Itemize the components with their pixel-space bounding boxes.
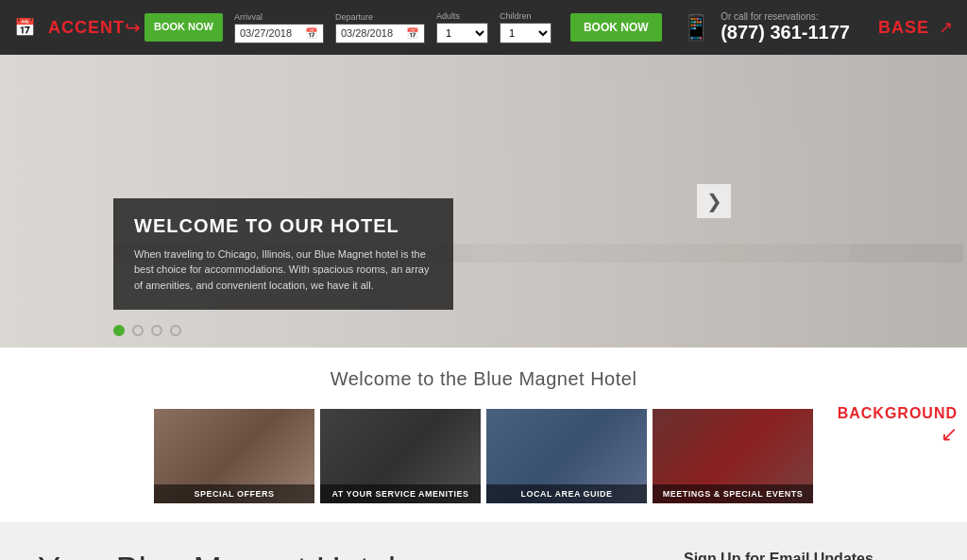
hero-dot-2[interactable] <box>132 325 144 336</box>
welcome-text: Welcome to the Blue Magnet Hotel <box>331 368 637 389</box>
calendar-small-icon-2: 📅 <box>406 27 419 40</box>
adults-group: Adults 1234 <box>436 11 488 43</box>
hero-section: WELCOME TO OUR HOTEL When traveling to C… <box>0 55 967 348</box>
departure-label: Departure <box>335 12 425 22</box>
tile-special-offers[interactable]: SPECIAL OFFERS <box>154 409 314 503</box>
hero-dot-1[interactable] <box>113 325 125 336</box>
departure-group: Departure 03/28/2018 📅 <box>335 12 425 43</box>
arrival-group: Arrivval 03/27/2018 📅 <box>234 12 324 43</box>
tiles-section: SPECIAL OFFERS AT YOUR SERVICE AMENITIES… <box>0 399 967 522</box>
bottom-section: Your Blue Magnet Hotel At Your Service L… <box>0 522 967 560</box>
hero-description: When traveling to Chicago, Illinois, our… <box>134 246 433 294</box>
accent-arrow-icon: ↪ <box>125 16 141 39</box>
hero-pagination <box>113 325 181 336</box>
accent-label: ACCENT <box>48 18 125 38</box>
phone-number: (877) 361-1177 <box>721 22 850 43</box>
email-signup-section: Sign Up for Email Updates Get updates on… <box>684 551 929 560</box>
tile-label-2: AT YOUR SERVICE AMENITIES <box>320 484 481 503</box>
tile-label-4: MEETINGS & SPECIAL EVENTS <box>653 484 813 503</box>
base-label: BASE <box>878 18 929 38</box>
children-select[interactable]: 1234 <box>500 23 551 43</box>
calendar-icon: 📅 <box>14 17 35 38</box>
hero-dot-4[interactable] <box>170 325 181 336</box>
welcome-section: Welcome to the Blue Magnet Hotel <box>0 348 967 399</box>
tile-amenities[interactable]: AT YOUR SERVICE AMENITIES <box>320 409 481 503</box>
arrival-label: Arrivval <box>234 12 324 22</box>
children-label: Children <box>500 11 551 21</box>
book-now-group: ACCENT ↪ BOOK NOW <box>48 13 223 41</box>
adults-select[interactable]: 1234 <box>436 23 488 43</box>
hotel-name-heading: Your Blue Magnet Hotel <box>38 551 646 560</box>
hero-dot-3[interactable] <box>151 325 162 336</box>
phone-icon: 📱 <box>681 13 711 42</box>
tile-label-1: SPECIAL OFFERS <box>154 484 314 503</box>
phone-section: 📱 Or call for reservations: (877) 361-11… <box>681 11 953 43</box>
hero-next-button[interactable]: ❯ <box>697 184 731 218</box>
search-button[interactable]: BOOK NOW <box>570 13 662 42</box>
hero-overlay: WELCOME TO OUR HOTEL When traveling to C… <box>113 198 453 311</box>
tile-local-guide[interactable]: LOCAL AREA GUIDE <box>486 409 647 503</box>
tile-meetings[interactable]: MEETINGS & SPECIAL EVENTS <box>653 409 813 503</box>
book-now-nav-button[interactable]: BOOK NOW <box>144 13 223 41</box>
base-arrow-icon: ↗ <box>939 17 953 38</box>
phone-text-group: Or call for reservations: (877) 361-1177 <box>721 11 850 43</box>
arrival-input[interactable]: 03/27/2018 📅 <box>234 24 324 43</box>
children-group: Children 1234 <box>500 11 551 43</box>
left-content: Your Blue Magnet Hotel At Your Service L… <box>38 551 646 560</box>
phone-label: Or call for reservations: <box>721 11 850 22</box>
chevron-right-icon: ❯ <box>706 190 722 212</box>
email-signup-title: Sign Up for Email Updates <box>684 551 929 560</box>
top-navigation: 📅 ACCENT ↪ BOOK NOW Arrivval 03/27/2018 … <box>0 0 967 55</box>
departure-input[interactable]: 03/28/2018 📅 <box>335 24 425 43</box>
calendar-small-icon: 📅 <box>305 27 318 40</box>
tile-label-3: LOCAL AREA GUIDE <box>486 484 647 503</box>
hero-title: WELCOME TO OUR HOTEL <box>134 215 433 237</box>
adults-label: Adults <box>436 11 488 21</box>
